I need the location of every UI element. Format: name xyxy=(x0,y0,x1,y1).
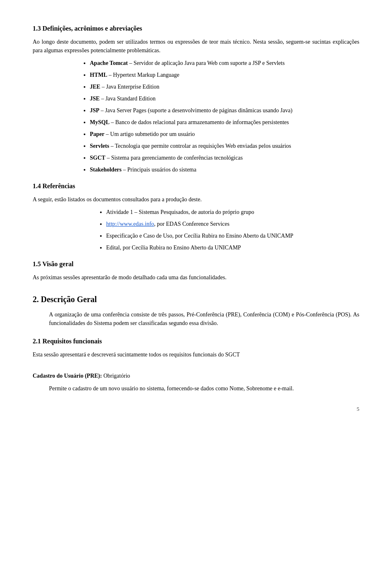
term-stakeholders: Stakeholders xyxy=(90,167,122,173)
ref-2-text: , por EDAS Conference Services xyxy=(154,221,229,227)
ref-3: Especificação e Caso de Uso, por Cecília… xyxy=(106,233,293,239)
def-sgct: – Sistema para gerenciamento de conferên… xyxy=(105,155,243,161)
section-2-p1: A organização de uma conferência consist… xyxy=(49,310,359,327)
list-item: http://www.edas.info, por EDAS Conferenc… xyxy=(106,220,359,228)
def-paper: – Um artigo submetido por um usuário xyxy=(105,131,195,137)
section-2-heading: 2. Descrição Geral xyxy=(33,293,359,305)
cadastro-obligation: Obrigatório xyxy=(102,373,130,379)
list-item: Especificação e Caso de Uso, por Cecília… xyxy=(106,231,359,240)
page-number: 5 xyxy=(33,405,359,413)
section-15-p1: As próximas sessões apresentarão de modo… xyxy=(33,273,359,282)
list-item: SGCT – Sistema para gerenciamento de con… xyxy=(90,154,359,162)
section-15-heading: 1.5 Visão geral xyxy=(33,259,359,269)
ref-1: Atividade 1 – Sistemas Pesquisados, de a… xyxy=(106,209,254,215)
term-paper: Paper xyxy=(90,131,105,137)
list-item: JSE – Java Standard Edition xyxy=(90,94,359,103)
section-13-heading: 1.3 Definições, acrônimos e abreviações xyxy=(33,24,359,33)
def-mysql: – Banco de dados relacional para armazen… xyxy=(109,119,289,125)
def-jsp: – Java Server Pages (suporte a desenvolv… xyxy=(99,107,292,114)
list-item: Servlets – Tecnologia que permite contro… xyxy=(90,142,359,150)
references-list: Atividade 1 – Sistemas Pesquisados, de a… xyxy=(57,208,359,252)
section-14-p1: A seguir, estão listados os documentos c… xyxy=(33,195,359,204)
list-item: MySQL – Banco de dados relacional para a… xyxy=(90,118,359,127)
term-jse: JSE xyxy=(90,96,100,102)
term-html: HTML xyxy=(90,72,107,78)
def-jee: – Java Enterprise Edition xyxy=(100,84,160,90)
list-item: Atividade 1 – Sistemas Pesquisados, de a… xyxy=(106,208,359,216)
list-item: JSP – Java Server Pages (suporte a desen… xyxy=(90,106,359,115)
def-servlets: – Tecnologia que permite controlar as re… xyxy=(109,143,291,149)
definitions-list: Apache Tomcat – Servidor de aplicação Ja… xyxy=(57,59,359,174)
cadastro-label: Cadastro do Usuário (PRE): xyxy=(33,373,102,379)
cadastro-description: Permite o cadastro de um novo usuário no… xyxy=(49,384,359,393)
section-21-p1: Esta sessão apresentará e descreverá suc… xyxy=(33,350,359,359)
cadastro-section: Cadastro do Usuário (PRE): Obrigatório xyxy=(33,372,359,380)
term-jee: JEE xyxy=(90,84,100,90)
def-stakeholders: – Principais usuários do sistema xyxy=(122,167,196,173)
term-mysql: MySQL xyxy=(90,119,109,125)
term-jsp: JSP xyxy=(90,107,99,114)
section-13-p1: Ao longo deste documento, podem ser util… xyxy=(33,38,359,55)
def-tomcat: – Servidor de aplicação Java para Web co… xyxy=(128,60,285,66)
ref-2-link[interactable]: http://www.edas.info xyxy=(106,221,154,227)
list-item: Paper – Um artigo submetido por um usuár… xyxy=(90,130,359,138)
section-21-heading: 2.1 Requisitos funcionais xyxy=(33,336,359,346)
def-html: – Hypertext Markup Language xyxy=(107,72,180,78)
list-item: Edital, por Cecília Rubira no Ensino Abe… xyxy=(106,243,359,252)
section-14-heading: 1.4 Referências xyxy=(33,181,359,191)
list-item: Apache Tomcat – Servidor de aplicação Ja… xyxy=(90,59,359,67)
list-item: JEE – Java Enterprise Edition xyxy=(90,82,359,91)
def-jse: – Java Standard Edition xyxy=(100,96,156,102)
ref-4: Edital, por Cecília Rubira no Ensino Abe… xyxy=(106,245,241,251)
list-item: Stakeholders – Principais usuários do si… xyxy=(90,165,359,174)
term-servlets: Servlets xyxy=(90,143,109,149)
term-sgct: SGCT xyxy=(90,155,105,161)
term-tomcat: Apache Tomcat xyxy=(90,60,128,66)
list-item: HTML – Hypertext Markup Language xyxy=(90,71,359,79)
